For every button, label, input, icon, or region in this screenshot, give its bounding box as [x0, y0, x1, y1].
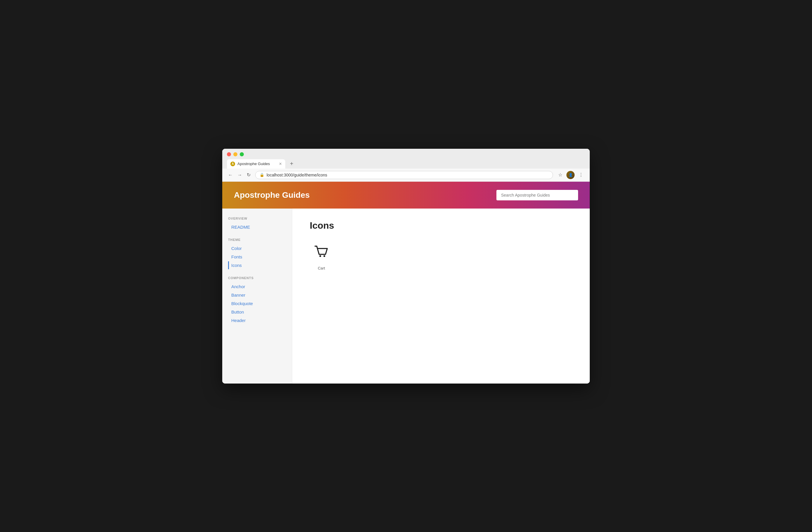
theme-section-label: THEME [228, 238, 286, 242]
tab-favicon: A [230, 162, 235, 166]
sidebar-item-color[interactable]: Color [228, 244, 286, 252]
nav-buttons: ← → ↻ [227, 171, 252, 179]
page-heading: Icons [310, 220, 572, 231]
sidebar: OVERVIEW README THEME Color Fonts Icons … [222, 209, 292, 384]
search-input[interactable] [496, 190, 578, 200]
lock-icon: 🔒 [260, 173, 264, 177]
address-bar: ← → ↻ 🔒 localhost:3000/guide/theme/icons… [222, 169, 590, 182]
tab-close-button[interactable]: × [279, 162, 282, 166]
sidebar-item-header[interactable]: Header [228, 316, 286, 324]
cart-icon-display [310, 240, 333, 264]
url-text: localhost:3000/guide/theme/icons [266, 173, 327, 177]
site-title: Apostrophe Guides [234, 190, 310, 200]
close-button[interactable] [227, 152, 231, 156]
page-content: Apostrophe Guides OVERVIEW README THEME … [222, 182, 590, 384]
sidebar-item-anchor[interactable]: Anchor [228, 283, 286, 290]
browser-chrome: A Apostrophe Guides × + [222, 149, 590, 169]
sidebar-item-banner[interactable]: Banner [228, 291, 286, 299]
minimize-button[interactable] [233, 152, 237, 156]
main-layout: OVERVIEW README THEME Color Fonts Icons … [222, 209, 590, 384]
cart-icon-label: Cart [318, 266, 325, 270]
icon-item-cart: Cart [310, 240, 333, 270]
forward-button[interactable]: → [236, 171, 243, 179]
traffic-lights [227, 152, 585, 156]
cart-icon [313, 243, 330, 261]
sidebar-item-readme[interactable]: README [228, 223, 286, 231]
browser-window: A Apostrophe Guides × + ← → ↻ 🔒 localhos… [222, 149, 590, 384]
menu-button[interactable]: ⋮ [577, 171, 585, 179]
svg-point-0 [319, 255, 321, 257]
browser-actions: ☆ 👤 ⋮ [556, 171, 585, 179]
svg-point-1 [323, 255, 325, 257]
site-header: Apostrophe Guides [222, 182, 590, 209]
bookmark-button[interactable]: ☆ [556, 171, 564, 179]
sidebar-item-fonts[interactable]: Fonts [228, 253, 286, 261]
tab-bar: A Apostrophe Guides × + [227, 159, 585, 169]
tab-title: Apostrophe Guides [237, 162, 277, 166]
user-avatar[interactable]: 👤 [566, 171, 575, 179]
icon-grid: Cart [310, 240, 572, 270]
refresh-button[interactable]: ↻ [246, 171, 252, 179]
overview-section-label: OVERVIEW [228, 217, 286, 220]
components-section-label: COMPONENTS [228, 276, 286, 280]
sidebar-item-button[interactable]: Button [228, 308, 286, 316]
url-bar[interactable]: 🔒 localhost:3000/guide/theme/icons [255, 171, 553, 179]
browser-tab[interactable]: A Apostrophe Guides × [227, 159, 285, 169]
sidebar-item-icons[interactable]: Icons [228, 261, 286, 269]
content-area: Icons Cart [292, 209, 590, 384]
sidebar-item-blockquote[interactable]: Blockquote [228, 300, 286, 307]
back-button[interactable]: ← [227, 171, 234, 179]
new-tab-button[interactable]: + [288, 159, 296, 168]
maximize-button[interactable] [240, 152, 244, 156]
